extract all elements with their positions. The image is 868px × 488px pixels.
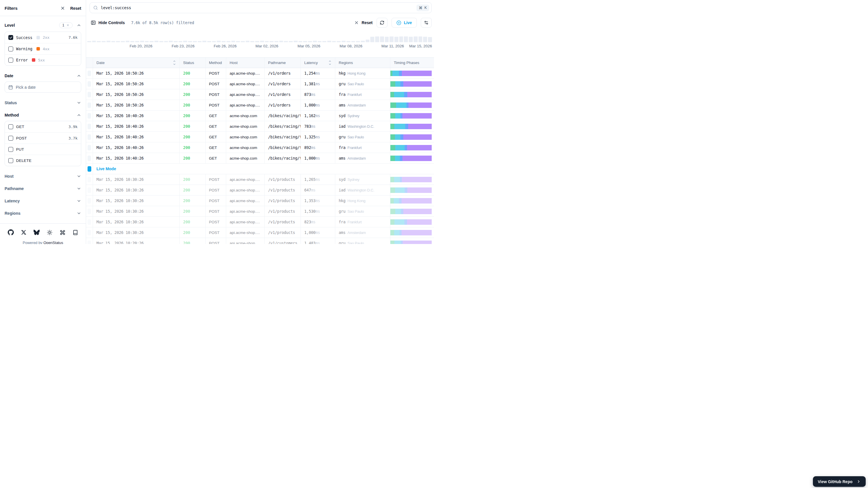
row-checkbox[interactable] xyxy=(88,71,91,76)
checkbox[interactable] xyxy=(8,47,13,51)
row-checkbox[interactable] xyxy=(88,134,91,140)
row-checkbox[interactable] xyxy=(88,187,91,193)
date-picker-input[interactable]: Pick a date xyxy=(5,82,81,93)
checkbox[interactable] xyxy=(8,58,13,63)
method-option-post[interactable]: POST3.7k xyxy=(5,132,81,144)
filters-reset-button[interactable]: Reset xyxy=(70,6,81,11)
table-row[interactable]: Mar 15, 2026 10:50:26200POSTapi.acme-sho… xyxy=(86,79,434,89)
bluesky-icon[interactable] xyxy=(34,230,40,235)
column-header-timing[interactable]: Timing Phases xyxy=(391,58,434,68)
level-option-success[interactable]: Success2xx7.6k xyxy=(5,32,81,43)
row-checkbox[interactable] xyxy=(88,156,91,161)
sort-icon[interactable] xyxy=(329,60,332,65)
row-select-cell[interactable] xyxy=(86,100,93,110)
chevron-down-icon[interactable] xyxy=(76,100,81,105)
level-filter-badge[interactable]: 1 xyxy=(59,22,73,28)
checkbox[interactable] xyxy=(8,124,13,129)
row-select-cell[interactable] xyxy=(86,185,93,195)
sort-icon[interactable] xyxy=(173,60,176,65)
section-header-latency[interactable]: Latency xyxy=(5,199,81,203)
checkbox[interactable] xyxy=(8,158,13,163)
row-select-cell[interactable] xyxy=(86,217,93,227)
book-icon[interactable] xyxy=(73,230,78,235)
sun-icon[interactable] xyxy=(47,230,53,235)
table-row[interactable]: Mar 15, 2026 10:30:26200POSTapi.acme-sho… xyxy=(86,174,434,185)
chevron-down-icon[interactable] xyxy=(76,211,81,216)
row-checkbox[interactable] xyxy=(88,241,91,244)
row-select-cell[interactable] xyxy=(86,153,93,163)
section-header-host[interactable]: Host xyxy=(5,174,81,179)
hide-controls-button[interactable]: Hide Controls xyxy=(91,20,125,25)
row-select-cell[interactable] xyxy=(86,111,93,121)
row-select-cell[interactable] xyxy=(86,206,93,216)
section-header-method[interactable]: Method xyxy=(5,113,81,117)
table-row[interactable]: Mar 15, 2026 10:20:26200POSTapi.acme-sho… xyxy=(86,238,434,244)
column-header-regions[interactable]: Regions xyxy=(335,58,391,68)
row-checkbox[interactable] xyxy=(88,198,91,204)
table-row[interactable]: Mar 15, 2026 10:40:26200GETacme-shop.com… xyxy=(86,153,434,164)
section-header-status[interactable]: Status xyxy=(5,100,81,105)
column-header-latency[interactable]: Latency xyxy=(301,58,335,68)
table-row[interactable]: Mar 15, 2026 10:50:26200POSTapi.acme-sho… xyxy=(86,89,434,100)
live-mode-row[interactable]: Live Mode xyxy=(86,164,434,174)
method-option-put[interactable]: PUT xyxy=(5,144,81,155)
command-icon[interactable] xyxy=(60,230,65,235)
level-option-warning[interactable]: Warning4xx xyxy=(5,43,81,54)
row-select-cell[interactable] xyxy=(86,132,93,142)
row-select-cell[interactable] xyxy=(86,227,93,238)
chevron-up-icon[interactable] xyxy=(76,113,81,117)
openstatus-link[interactable]: OpenStatus xyxy=(43,241,63,244)
row-checkbox[interactable] xyxy=(88,81,91,87)
chevron-down-icon[interactable] xyxy=(76,199,81,203)
view-settings-button[interactable] xyxy=(421,18,432,28)
section-header-date[interactable]: Date xyxy=(5,73,81,78)
chevron-down-icon[interactable] xyxy=(76,174,81,179)
row-select-cell[interactable] xyxy=(86,89,93,100)
table-row[interactable]: Mar 15, 2026 10:50:26200POSTapi.acme-sho… xyxy=(86,100,434,111)
chevron-up-icon[interactable] xyxy=(76,73,81,78)
row-select-cell[interactable] xyxy=(86,68,93,79)
timeline-bars[interactable] xyxy=(87,36,432,42)
close-filters-icon[interactable] xyxy=(60,6,65,11)
row-checkbox[interactable] xyxy=(88,113,91,119)
table-row[interactable]: Mar 15, 2026 10:40:26200GETacme-shop.com… xyxy=(86,121,434,132)
row-select-cell[interactable] xyxy=(86,195,93,206)
chevron-up-icon[interactable] xyxy=(76,23,81,28)
method-option-delete[interactable]: DELETE xyxy=(5,155,81,166)
refresh-button[interactable] xyxy=(377,18,388,28)
search-box[interactable]: ⌘K xyxy=(90,2,432,13)
checkbox[interactable] xyxy=(8,147,13,152)
row-checkbox[interactable] xyxy=(88,230,91,235)
row-checkbox[interactable] xyxy=(88,145,91,150)
row-checkbox[interactable] xyxy=(88,209,91,214)
column-header-date[interactable]: Date xyxy=(93,58,180,68)
checkbox[interactable] xyxy=(8,136,13,141)
table-row[interactable]: Mar 15, 2026 10:30:26200POSTapi.acme-sho… xyxy=(86,206,434,217)
column-header-status[interactable]: Status xyxy=(180,58,206,68)
table-row[interactable]: Mar 15, 2026 10:30:26200POSTapi.acme-sho… xyxy=(86,217,434,227)
row-checkbox[interactable] xyxy=(88,124,91,129)
table-row[interactable]: Mar 15, 2026 10:30:26200POSTapi.acme-sho… xyxy=(86,185,434,195)
column-header-host[interactable]: Host xyxy=(226,58,265,68)
row-select-cell[interactable] xyxy=(86,121,93,131)
row-select-cell[interactable] xyxy=(86,142,93,153)
github-icon[interactable] xyxy=(8,230,14,235)
table-reset-button[interactable]: Reset xyxy=(354,20,373,25)
live-button[interactable]: Live xyxy=(392,18,417,28)
table-row[interactable]: Mar 15, 2026 10:40:26200GETacme-shop.com… xyxy=(86,132,434,142)
row-checkbox[interactable] xyxy=(88,177,91,182)
column-header-pathname[interactable]: Pathname xyxy=(265,58,301,68)
section-header-pathname[interactable]: Pathname xyxy=(5,186,81,191)
clear-badge-icon[interactable] xyxy=(66,24,69,27)
row-checkbox[interactable] xyxy=(88,102,91,108)
row-checkbox[interactable] xyxy=(88,219,91,225)
section-header-level[interactable]: Level1 xyxy=(5,22,81,28)
row-select-cell[interactable] xyxy=(86,79,93,89)
checkbox[interactable] xyxy=(8,35,13,40)
section-header-regions[interactable]: Regions xyxy=(5,211,81,216)
x-icon[interactable] xyxy=(21,230,26,235)
chevron-down-icon[interactable] xyxy=(76,186,81,191)
table-row[interactable]: Mar 15, 2026 10:40:26200GETacme-shop.com… xyxy=(86,111,434,121)
column-header-method[interactable]: Method xyxy=(206,58,226,68)
table-row[interactable]: Mar 15, 2026 10:30:26200POSTapi.acme-sho… xyxy=(86,227,434,238)
